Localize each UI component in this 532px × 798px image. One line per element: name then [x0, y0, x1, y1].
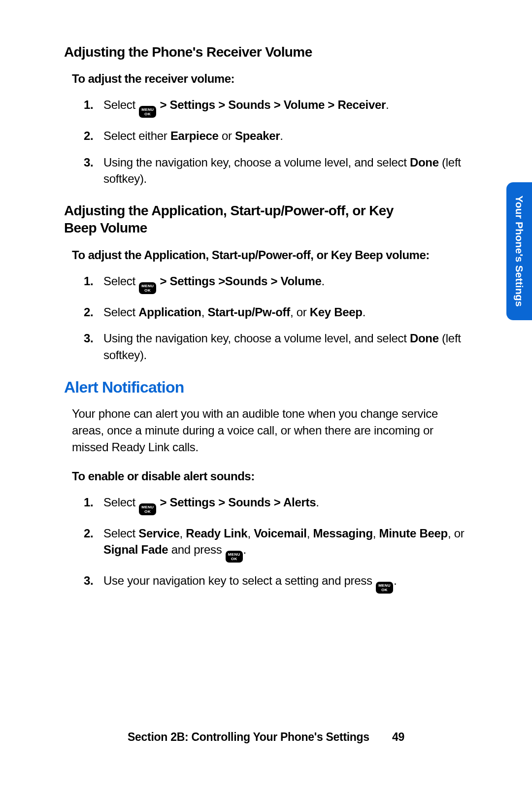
step-body: Select MENUOK > Settings >Sounds > Volum…	[103, 273, 473, 294]
list-item: 1. Select MENUOK > Settings > Sounds > A…	[84, 494, 473, 515]
steps-app: 1. Select MENUOK > Settings >Sounds > Vo…	[64, 273, 473, 364]
step-body: Select either Earpiece or Speaker.	[103, 128, 473, 144]
page-footer: Section 2B: Controlling Your Phone's Set…	[0, 731, 532, 744]
list-item: 1. Select MENUOK > Settings >Sounds > Vo…	[84, 273, 473, 294]
list-item: 3. Use your navigation key to select a s…	[84, 572, 473, 594]
list-item: 3. Using the navigation key, choose a vo…	[84, 154, 473, 187]
step-number: 3.	[84, 154, 103, 187]
step-body: Select MENUOK > Settings > Sounds > Aler…	[103, 494, 473, 515]
step-number: 1.	[84, 97, 103, 118]
list-item: 3. Using the navigation key, choose a vo…	[84, 330, 473, 363]
menu-ok-key-icon: MENUOK	[139, 282, 156, 294]
footer-section-label: Section 2B: Controlling Your Phone's Set…	[128, 731, 369, 743]
step-body: Select Application, Start-up/Pw-off, or …	[103, 304, 473, 321]
subheading-app: To adjust the Application, Start-up/Powe…	[72, 248, 473, 262]
menu-ok-key-icon: MENUOK	[226, 551, 243, 563]
heading-app-volume: Adjusting the Application, Start-up/Powe…	[64, 202, 409, 236]
step-number: 3.	[84, 572, 103, 594]
menu-ok-key-icon: MENUOK	[139, 106, 156, 118]
side-tab-label: Your Phone's Settings	[513, 196, 525, 307]
alert-paragraph: Your phone can alert you with an audible…	[72, 405, 473, 456]
step-body: Using the navigation key, choose a volum…	[103, 154, 473, 187]
step-body: Select Service, Ready Link, Voicemail, M…	[103, 525, 473, 563]
list-item: 2. Select Application, Start-up/Pw-off, …	[84, 304, 473, 321]
step-number: 2.	[84, 525, 103, 563]
subheading-receiver: To adjust the receiver volume:	[72, 72, 473, 86]
side-tab: Your Phone's Settings	[506, 182, 532, 320]
subheading-alert: To enable or disable alert sounds:	[72, 469, 473, 483]
step-number: 1.	[84, 494, 103, 515]
menu-ok-key-icon: MENUOK	[139, 503, 156, 515]
steps-receiver: 1. Select MENUOK > Settings > Sounds > V…	[64, 97, 473, 187]
list-item: 2. Select Service, Ready Link, Voicemail…	[84, 525, 473, 563]
step-body: Using the navigation key, choose a volum…	[103, 330, 473, 363]
step-number: 3.	[84, 330, 103, 363]
step-number: 2.	[84, 128, 103, 144]
menu-ok-key-icon: MENUOK	[376, 582, 393, 594]
step-body: Use your navigation key to select a sett…	[103, 572, 473, 594]
step-number: 1.	[84, 273, 103, 294]
heading-alert-notification: Alert Notification	[64, 378, 473, 397]
step-number: 2.	[84, 304, 103, 321]
page-number: 49	[392, 731, 404, 743]
list-item: 2. Select either Earpiece or Speaker.	[84, 128, 473, 144]
step-body: Select MENUOK > Settings > Sounds > Volu…	[103, 97, 473, 118]
heading-receiver-volume: Adjusting the Phone's Receiver Volume	[64, 44, 473, 60]
list-item: 1. Select MENUOK > Settings > Sounds > V…	[84, 97, 473, 118]
page-content: Adjusting the Phone's Receiver Volume To…	[0, 0, 532, 594]
steps-alert: 1. Select MENUOK > Settings > Sounds > A…	[64, 494, 473, 594]
